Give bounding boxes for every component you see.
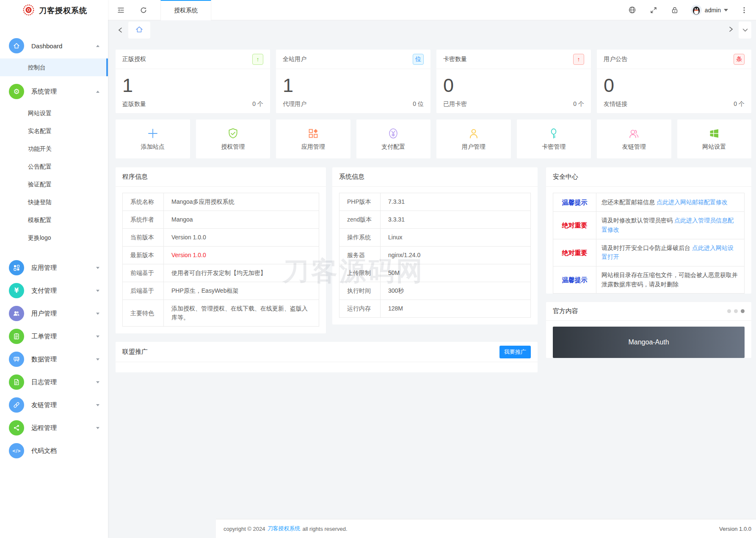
stat-badge: 条 [734,54,745,65]
sidebar-item-dashboard[interactable]: Dashboard [0,36,108,56]
carousel-dot[interactable] [727,309,731,313]
sidebar-item-label: 系统管理 [31,88,57,96]
shield-check-icon [227,127,239,140]
stat-title: 卡密数量 [443,55,467,63]
info-row: 操作系统Linux [339,229,531,247]
info-row: 系统名称Mangoa多应用授权系统 [123,193,319,211]
sidebar-item-template-config[interactable]: 模板配置 [0,211,108,229]
sidebar: 刀客授权系统 Dashboard 控制台 ⚙ 系统管理 网站设置 [0,0,108,538]
sidebar-item-user-mgmt[interactable]: 用户管理 [0,303,108,324]
key-icon [549,127,558,140]
sidebar-item-remote-mgmt[interactable]: 远程管理 [0,418,108,438]
copyright-suffix: all rights reserved. [302,526,347,532]
official-banner: Mangoa-Auth [553,327,745,358]
fullscreen-icon[interactable] [648,5,659,15]
caret-down-icon [724,9,728,11]
sidebar-item-app-mgmt[interactable]: 应用管理 [0,258,108,278]
sidebar-item-data-mgmt[interactable]: 数据管理 [0,349,108,369]
shortcut-payment-config[interactable]: 支付配置 [356,119,431,158]
sidebar-item-feature-switch[interactable]: 功能开关 [0,140,108,158]
security-link[interactable]: 点此进入网站邮箱配置修改 [657,199,728,205]
footer-brand-link[interactable]: 刀客授权系统 [267,525,300,532]
people-icon [628,127,640,140]
more-options-icon[interactable] [739,5,749,15]
panel-title: 安全中心 [553,173,578,181]
refresh-icon[interactable] [138,5,149,15]
sidebar-item-ticket-mgmt[interactable]: 工单管理 [0,326,108,347]
sidebar-item-friendlink-mgmt[interactable]: 友链管理 [0,395,108,415]
info-row: 服务器nginx/1.24.0 [339,247,531,264]
sidebar-item-label: 支付管理 [31,287,57,295]
security-table: 温馨提示 您还未配置邮箱信息 点此进入网站邮箱配置修改 绝对重要 请及时修改默认… [553,193,745,294]
promo-panel: 联盟推广 我要推广 [116,342,538,372]
stat-value: 1 [122,75,270,97]
carousel-dot[interactable] [734,309,738,313]
chevron-up-icon [96,45,99,47]
chevron-down-icon [96,290,99,292]
database-icon [9,352,24,367]
person-icon [468,127,479,140]
tab-auth-system[interactable]: 授权系统 [160,0,211,20]
topbar: 授权系统 admin [108,0,756,20]
chevron-down-icon [96,381,99,383]
info-row: 系统作者Mangoa [123,211,319,229]
yen-icon: ¥ [9,283,24,298]
shortcut-add-site[interactable]: 添加站点 [116,119,190,158]
brand: 刀客授权系统 [0,0,108,21]
sidebar-toggle-icon[interactable] [116,5,126,15]
footer-version: Version 1.0.0 [719,526,751,532]
sidebar-item-payment-mgmt[interactable]: ¥ 支付管理 [0,280,108,301]
security-row: 绝对重要 请及时修改默认管理员密码 点此进入管理员信息配置修改 [553,212,745,239]
page-footer: copyright © 2024 刀客授权系统 all rights reser… [216,519,756,538]
avatar [691,5,702,16]
stat-footer-label: 友情链接 [604,100,627,108]
stats-row: 正版授权 ↑ 1 盗版数量 0 个 全站用户 位 1 [116,50,751,113]
info-row: zend版本3.3.31 [339,211,531,229]
system-submenu: 网站设置 实名配置 功能开关 公告配置 验证配置 快捷登陆 模板配置 更换log… [0,104,108,247]
panel-title: 联盟推广 [122,348,148,356]
sidebar-item-log-mgmt[interactable]: 日志管理 [0,372,108,392]
tabs-dropdown[interactable] [739,22,751,39]
stat-card-licenses: 正版授权 ↑ 1 盗版数量 0 个 [116,50,270,113]
sidebar-item-system-mgmt[interactable]: ⚙ 系统管理 [0,81,108,102]
sidebar-item-console[interactable]: 控制台 [0,58,108,76]
sidebar-item-announce-config[interactable]: 公告配置 [0,158,108,175]
back-arrow-icon[interactable] [116,22,125,39]
sidebar-item-label: 用户管理 [31,310,57,318]
chevron-up-icon [96,91,99,93]
carousel-dot-active[interactable] [741,309,745,313]
breadcrumb-home[interactable] [128,22,150,39]
forward-arrow-icon[interactable] [728,26,734,34]
promote-button[interactable]: 我要推广 [499,346,531,358]
sidebar-item-realname-config[interactable]: 实名配置 [0,122,108,140]
shortcut-site-settings[interactable]: 网站设置 [677,119,752,158]
chevron-down-icon [96,313,99,315]
sidebar-item-label: 日志管理 [31,378,57,386]
shortcuts-row: 添加站点 授权管理 应用管理 [116,119,751,158]
brand-title: 刀客授权系统 [39,6,87,16]
lock-icon[interactable] [670,5,680,15]
shortcut-cardkey-mgmt[interactable]: 卡密管理 [517,119,591,158]
info-row: 运行内存128M [339,300,531,318]
sidebar-item-change-logo[interactable]: 更换logo [0,229,108,247]
security-center-panel: 安全中心 温馨提示 您还未配置邮箱信息 点此进入网站邮箱配置修改 绝对重要 请及… [546,167,751,294]
shortcut-user-mgmt[interactable]: 用户管理 [436,119,511,158]
yen-circle-icon [388,127,398,140]
info-row: 当前版本Version 1.0.0 [123,229,319,247]
home-icon [9,38,24,53]
globe-icon[interactable] [627,5,637,15]
user-menu[interactable]: admin [691,5,728,16]
share-icon [9,420,24,435]
sidebar-item-quick-login[interactable]: 快捷登陆 [0,193,108,211]
shortcut-license-mgmt[interactable]: 授权管理 [196,119,270,158]
stat-value: 0 [604,75,751,97]
shortcut-friendlink-mgmt[interactable]: 友链管理 [597,119,671,158]
sidebar-item-code-docs[interactable]: </> 代码文档 [0,441,108,461]
sidebar-item-site-settings[interactable]: 网站设置 [0,104,108,122]
breadcrumb-bar [108,20,756,40]
content: 正版授权 ↑ 1 盗版数量 0 个 全站用户 位 1 [108,40,756,372]
windows-icon [709,127,720,140]
sidebar-nav: Dashboard 控制台 ⚙ 系统管理 网站设置 实名配置 功能开关 公告配置… [0,21,108,461]
sidebar-item-verify-config[interactable]: 验证配置 [0,175,108,193]
shortcut-app-mgmt[interactable]: 应用管理 [276,119,350,158]
